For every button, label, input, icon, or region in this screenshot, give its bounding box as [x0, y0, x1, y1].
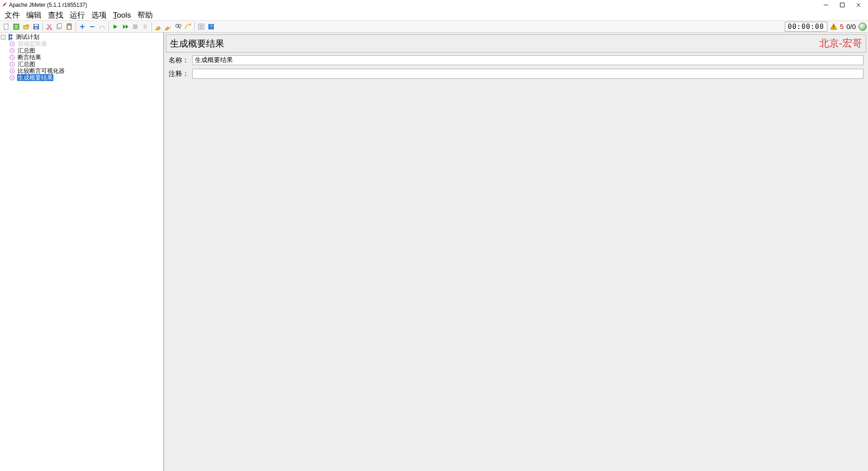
svg-point-35: [12, 77, 13, 78]
svg-point-15: [178, 24, 181, 27]
warning-icon[interactable]: [830, 23, 837, 30]
main-pane: 生成概要结果 北京-宏哥 名称： 注释：: [164, 33, 868, 471]
thread-count: 0/0: [846, 23, 856, 30]
svg-point-31: [12, 63, 13, 65]
watermark-text: 北京-宏哥: [819, 37, 862, 50]
menu-options[interactable]: 选项: [89, 9, 109, 21]
svg-rect-5: [35, 27, 38, 29]
toolbar-separator: [108, 22, 109, 31]
tree-item-assertion-results[interactable]: 断言结果: [9, 54, 163, 61]
name-label: 名称：: [169, 56, 192, 65]
listener-icon: [9, 75, 15, 81]
new-button[interactable]: [1, 22, 11, 32]
comment-label: 注释：: [169, 70, 192, 78]
svg-point-23: [10, 37, 13, 39]
svg-text:?: ?: [210, 24, 212, 29]
help-button[interactable]: ?: [206, 22, 216, 32]
menu-tools[interactable]: Tools: [110, 10, 134, 21]
tree-item-label: 后端监听器: [17, 40, 47, 47]
paste-button[interactable]: [64, 22, 74, 32]
tree-item-aggregate-graph-2[interactable]: 汇总图: [9, 61, 163, 67]
toggle-button[interactable]: [97, 22, 107, 32]
svg-rect-21: [9, 34, 10, 40]
tree-item-comparison-visualizer[interactable]: 比较断言可视化器: [9, 67, 163, 74]
panel-title: 生成概要结果: [170, 38, 224, 50]
toolbar-separator: [42, 22, 43, 31]
elapsed-timer: 00:00:00: [785, 22, 827, 32]
minimize-button[interactable]: [823, 2, 829, 8]
toolbar: ? 00:00:00 5 0/0: [0, 21, 868, 33]
clear-all-button[interactable]: [163, 22, 173, 32]
tree-item-backend-listener[interactable]: 后端监听器: [9, 40, 163, 47]
maximize-button[interactable]: [839, 2, 845, 8]
toolbar-separator: [194, 22, 195, 31]
run-status-led: [859, 23, 867, 31]
svg-rect-12: [68, 26, 71, 29]
tree-root[interactable]: - 测试计划: [1, 33, 163, 40]
svg-point-33: [12, 70, 13, 71]
cut-button[interactable]: [44, 22, 54, 32]
tree-item-label: 断言结果: [17, 54, 42, 61]
stop-button[interactable]: [130, 22, 140, 32]
svg-point-29: [12, 57, 13, 58]
tree-pane[interactable]: - 测试计划 后端监听器: [0, 33, 164, 471]
clear-button[interactable]: [153, 22, 163, 32]
listener-icon: [9, 54, 15, 61]
svg-rect-0: [840, 3, 844, 7]
listener-icon: [9, 68, 15, 74]
open-button[interactable]: [21, 22, 31, 32]
listener-icon: [9, 61, 15, 67]
tree-item-label: 比较断言可视化器: [17, 67, 65, 74]
error-count: 5: [840, 23, 844, 30]
test-plan-icon: [7, 34, 14, 40]
window-titlebar: Apache JMeter (5.1.1 r1855137): [0, 0, 868, 10]
tree-item-aggregate-graph-1[interactable]: 汇总图: [9, 47, 163, 54]
menu-run[interactable]: 运行: [67, 9, 88, 21]
expand-button[interactable]: [77, 22, 87, 32]
name-row: 名称：: [166, 54, 866, 66]
svg-rect-11: [68, 24, 71, 25]
menu-help[interactable]: 帮助: [135, 9, 156, 21]
window-title: Apache JMeter (5.1.1 r1855137): [9, 2, 87, 8]
reset-search-button[interactable]: [183, 22, 193, 32]
function-helper-button[interactable]: [196, 22, 206, 32]
collapse-button[interactable]: [87, 22, 97, 32]
close-button[interactable]: [855, 2, 862, 8]
svg-rect-19: [833, 25, 834, 28]
copy-button[interactable]: [54, 22, 64, 32]
tree-root-label: 测试计划: [15, 33, 40, 40]
svg-rect-1: [4, 24, 8, 29]
tree-item-label: 汇总图: [17, 61, 36, 67]
save-button[interactable]: [31, 22, 41, 32]
start-button[interactable]: [110, 22, 120, 32]
tree-item-generate-summary[interactable]: 生成概要结果: [9, 74, 163, 81]
svg-point-22: [10, 34, 13, 36]
menu-bar: 文件 编辑 查找 运行 选项 Tools 帮助: [0, 10, 868, 21]
shutdown-button[interactable]: [140, 22, 150, 32]
svg-rect-20: [833, 28, 834, 29]
tree-item-label: 汇总图: [17, 47, 36, 54]
svg-point-27: [12, 50, 13, 51]
menu-search[interactable]: 查找: [45, 9, 66, 21]
svg-rect-9: [58, 24, 61, 28]
start-no-timers-button[interactable]: [120, 22, 130, 32]
svg-rect-4: [34, 24, 38, 26]
app-icon: [2, 2, 7, 8]
tree-item-label: 生成概要结果: [17, 74, 53, 81]
menu-edit[interactable]: 编辑: [24, 9, 44, 21]
search-button[interactable]: [173, 22, 183, 32]
toolbar-separator: [75, 22, 76, 31]
menu-file[interactable]: 文件: [2, 9, 23, 21]
listener-icon: [9, 48, 15, 54]
comment-row: 注释：: [166, 68, 866, 80]
name-input[interactable]: [192, 55, 863, 65]
listener-icon: [9, 41, 15, 47]
tree-toggle[interactable]: -: [1, 35, 5, 39]
templates-button[interactable]: [11, 22, 21, 32]
toolbar-separator: [151, 22, 152, 31]
svg-point-25: [12, 43, 13, 44]
svg-rect-13: [133, 24, 137, 29]
comment-input[interactable]: [192, 69, 863, 79]
